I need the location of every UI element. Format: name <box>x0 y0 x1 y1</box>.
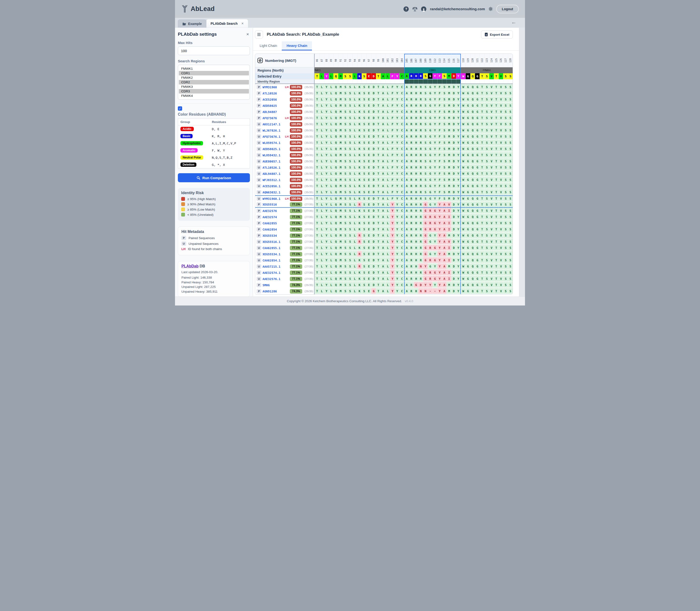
residue-cell: R <box>428 214 432 220</box>
residue-cell: L <box>319 220 324 226</box>
chain-tab-light-chain[interactable]: Light Chain <box>255 41 282 50</box>
residue-cell: G <box>428 96 432 103</box>
residue-cell: T <box>480 245 484 251</box>
identity-percent-badge: 74.3% <box>290 289 302 294</box>
menu-toggle-button[interactable] <box>255 30 263 39</box>
balance-icon[interactable] <box>412 6 417 12</box>
residue-cell: Y <box>456 202 461 208</box>
export-excel-button[interactable]: x Export Excel <box>481 30 513 39</box>
hit-id-link[interactable]: ACE52056 <box>262 98 284 101</box>
hit-id-link[interactable]: XEG55534.1 <box>262 252 284 256</box>
residue-cell: T <box>480 233 484 239</box>
hit-id-link[interactable]: AAE32574 <box>262 215 284 219</box>
user-email: randal@ketchemconsulting.com <box>430 7 485 11</box>
residue-cell: D <box>451 239 456 245</box>
residue-cell: Y <box>395 233 399 239</box>
hit-id-link[interactable]: WFJ83312.1 <box>262 178 284 182</box>
hit-id-link[interactable]: AGN91286 <box>262 289 284 293</box>
position-number-cell: 128 <box>508 54 513 67</box>
hit-id-link[interactable]: AQN63032.1 <box>262 191 284 194</box>
plabdab-db-link[interactable]: PLAbDab <box>181 264 199 268</box>
residue-cell: L <box>319 257 324 263</box>
hit-id-link[interactable]: AFQ73676.1 <box>262 135 284 138</box>
hit-id-link[interactable]: WLJ67826.1 <box>262 129 284 132</box>
residue-cell: D <box>371 84 376 90</box>
residue-cell: V <box>489 251 494 257</box>
search-region-option[interactable]: CDR2 <box>179 80 249 85</box>
hit-id-link[interactable]: CAA62855 <box>262 222 284 225</box>
hit-id-link[interactable]: AFQ73676 <box>262 116 284 120</box>
residue-cell: Y <box>432 152 437 158</box>
hit-id-link[interactable]: WLO59574.1 <box>262 141 284 145</box>
hit-id-link[interactable]: AUE80657.1 <box>262 160 284 163</box>
logout-button[interactable]: Logout <box>496 5 519 13</box>
residue-cell: D <box>371 152 376 158</box>
hit-id-link[interactable]: AKX12147.1 <box>262 122 284 126</box>
search-region-option[interactable]: FMWK2 <box>179 75 249 80</box>
hit-id-link[interactable]: CAA62854.1 <box>262 259 284 262</box>
residue-cell: G <box>475 140 480 146</box>
residue-cell: Q <box>470 226 475 233</box>
chain-tab-heavy-chain[interactable]: Heavy Chain <box>282 41 312 50</box>
search-region-option[interactable]: CDR3 <box>179 89 249 93</box>
tab-close-icon[interactable]: × <box>241 21 243 26</box>
residue-cell: M <box>446 251 451 257</box>
hit-id-link[interactable]: CAA62855.1 <box>262 246 284 250</box>
max-hits-input[interactable] <box>178 46 250 55</box>
hit-id-link[interactable]: AAE32576.1 <box>262 277 284 281</box>
hit-id-link[interactable]: XEG55516 <box>262 203 284 206</box>
search-region-option[interactable]: FMWK4 <box>179 93 249 98</box>
hit-id-link[interactable]: AAE32576 <box>262 209 284 213</box>
hit-id-link[interactable]: WLO59432.1 <box>262 153 284 157</box>
sidebar-close-icon[interactable]: × <box>245 32 250 37</box>
residue-cell: S <box>348 133 352 140</box>
hit-id-link[interactable]: AAA57215.1 <box>262 265 284 268</box>
search-region-option[interactable]: CDR1 <box>179 71 249 75</box>
residue-cell: A <box>381 257 385 263</box>
search-region-option[interactable]: FMWK3 <box>179 85 249 89</box>
match-count: (35/35) <box>303 86 313 89</box>
residue-cell: G <box>466 133 470 140</box>
search-region-option[interactable]: FMWK1 <box>179 66 249 71</box>
numbering-scheme-icon[interactable]: ⊘ <box>258 58 263 63</box>
residue-cell: F <box>390 152 395 158</box>
hit-id-link[interactable]: AAE32574.1 <box>262 271 284 274</box>
residue-cell: G <box>475 127 480 133</box>
hit-id-link[interactable]: ATL10526.1 <box>262 166 284 169</box>
residue-cell: G <box>423 245 428 251</box>
residue-cell: V <box>446 239 451 245</box>
residue-cell: V <box>489 288 494 294</box>
help-icon[interactable]: ? <box>404 6 409 12</box>
back-arrow-icon[interactable]: ← <box>511 19 516 25</box>
hit-id-link[interactable]: WYM31960 <box>262 86 284 89</box>
hit-id-link[interactable]: CAA62854 <box>262 228 284 231</box>
hit-id-link[interactable]: AED58025 <box>262 104 284 107</box>
residue-cell: L <box>329 103 334 109</box>
residue-cell: Y <box>390 239 395 245</box>
residue-cell: H <box>414 152 419 158</box>
hit-id-link[interactable]: XEG55534 <box>262 234 284 237</box>
hit-id-link[interactable]: ATL10526 <box>262 92 284 95</box>
residue-cell: F <box>390 170 395 177</box>
hit-id-link[interactable]: XEG55516.1 <box>262 240 284 244</box>
antibody-logo-icon <box>181 5 188 13</box>
hit-id-link[interactable]: ACE52056.1 <box>262 184 284 188</box>
run-comparison-button[interactable]: Run Comparison <box>178 173 250 182</box>
hit-id-link[interactable]: ADL94887.1 <box>262 172 284 176</box>
selected-entry-residue: L <box>352 73 357 79</box>
hit-id-link[interactable]: WYM31960.1 <box>262 197 284 200</box>
residue-cell: E <box>366 96 371 103</box>
residue-cell: G <box>475 214 480 220</box>
residue-cell: D <box>451 288 456 294</box>
settings-gear-icon[interactable] <box>489 7 493 11</box>
tab-plabdab-search[interactable]: PLAbDab Search× <box>207 19 248 28</box>
hit-row: UXEG55534.177.1%(27/35)TLYLQMSSLRSEDTALY… <box>255 251 513 257</box>
hit-id-link[interactable]: ADL94887 <box>262 110 284 114</box>
residue-cell: V <box>499 276 503 282</box>
residue-cell: Q <box>333 127 338 133</box>
color-residues-checkbox[interactable]: ✓ <box>178 106 182 110</box>
residue-cell: A <box>381 183 385 189</box>
hit-id-link[interactable]: 5MHG <box>262 283 284 287</box>
hit-id-link[interactable]: AED58025.1 <box>262 147 284 151</box>
tab-example[interactable]: Example <box>178 19 207 28</box>
